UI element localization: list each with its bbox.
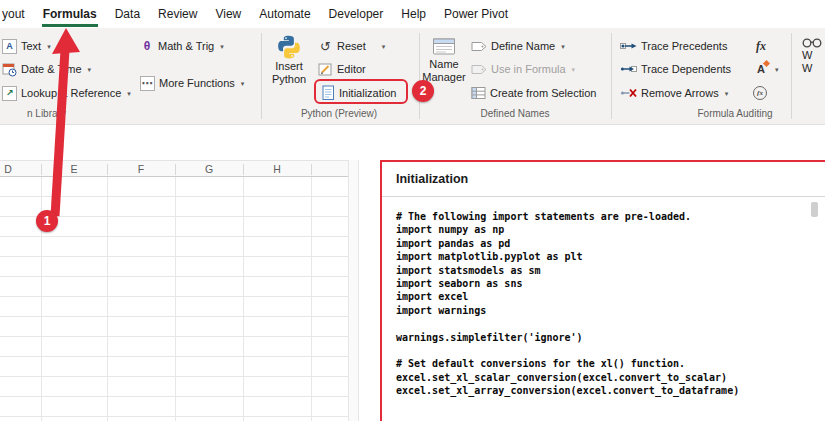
create-from-selection-label: Create from Selection [490, 87, 596, 99]
lookup-reference-icon: ↗ [2, 86, 17, 101]
chevron-down-icon: ▾ [725, 90, 729, 97]
text-functions-button[interactable]: A Text ▾ [2, 35, 51, 57]
trace-precedents-label: Trace Precedents [641, 40, 727, 52]
evaluate-formula-icon: fx [753, 86, 767, 100]
text-functions-label: Text [21, 40, 41, 52]
column-divider [41, 164, 42, 175]
trace-dependents-icon [620, 63, 637, 75]
group-divider [419, 33, 420, 119]
tab-review[interactable]: Review [149, 0, 206, 28]
column-header-row: D E F G H [0, 160, 348, 177]
python-group-label: Python (Preview) [266, 108, 412, 119]
tab-help[interactable]: Help [392, 0, 435, 28]
code-line [396, 344, 820, 357]
code-line: import excel [396, 290, 820, 303]
lookup-reference-button[interactable]: ↗ Lookup & Reference ▾ [2, 82, 131, 104]
watch-window-label-1: W [802, 49, 812, 62]
watch-window-label-2: W [802, 62, 812, 75]
column-divider [107, 164, 108, 175]
insert-python-label-2: Python [272, 73, 306, 86]
error-checking-button[interactable]: A ▾ [753, 58, 779, 80]
worksheet-area: D E F G H [0, 160, 348, 421]
insert-python-label-1: Insert [275, 60, 303, 73]
error-checking-icon: A [753, 61, 769, 77]
trace-precedents-button[interactable]: Trace Precedents [620, 35, 727, 57]
tab-layout[interactable]: yout [0, 0, 34, 28]
insert-python-button[interactable]: Insert Python [266, 34, 312, 86]
panel-title: Initialization [382, 162, 825, 197]
function-library-group-label: n Library [27, 108, 66, 119]
watch-window-icon [802, 36, 824, 49]
chevron-down-icon: ▾ [127, 90, 131, 97]
code-line: import statsmodels as sm [396, 264, 820, 277]
remove-arrows-button[interactable]: Remove Arrows ▾ [620, 82, 728, 104]
use-in-formula-label: Use in Formula [491, 63, 566, 75]
code-line: excel.set_xl_array_conversion(excel.conv… [396, 384, 820, 397]
ribbon-tab-bar: yout Formulas Data Review View Automate … [0, 0, 825, 28]
lookup-reference-label: Lookup & Reference [21, 87, 121, 99]
python-logo-icon [276, 34, 302, 60]
editor-label: Editor [337, 63, 366, 75]
show-formulas-icon: fx [753, 38, 769, 54]
create-from-selection-button[interactable]: Create from Selection [471, 82, 596, 104]
math-trig-button[interactable]: θ Math & Trig ▾ [140, 35, 224, 57]
more-functions-button[interactable]: ⋯ More Functions ▾ [140, 72, 244, 94]
evaluate-formula-button[interactable]: fx [753, 82, 767, 104]
date-time-button[interactable]: Date & Time ▾ [2, 58, 91, 80]
column-header-f[interactable]: F [138, 163, 144, 175]
initialization-panel: Initialization # The following import st… [380, 160, 825, 421]
group-divider [791, 33, 792, 119]
chevron-down-icon: ▾ [775, 66, 779, 73]
name-manager-button[interactable]: Name Manager [421, 36, 467, 84]
tab-developer[interactable]: Developer [320, 0, 393, 28]
define-name-button[interactable]: Define Name ▾ [471, 35, 565, 57]
scrollbar-thumb[interactable] [811, 202, 818, 217]
code-line: import pandas as pd [396, 237, 820, 250]
code-line: warnings.simplefilter('ignore') [396, 331, 820, 344]
tab-power-pivot[interactable]: Power Pivot [435, 0, 517, 28]
trace-precedents-icon [620, 40, 637, 52]
name-manager-label-1: Name [429, 58, 458, 71]
use-in-formula-button[interactable]: Use in Formula ▾ [471, 58, 575, 80]
chevron-down-icon: ▾ [572, 66, 576, 73]
column-divider [175, 164, 176, 175]
math-trig-icon: θ [140, 39, 154, 53]
date-time-label: Date & Time [21, 63, 82, 75]
editor-icon [318, 62, 333, 77]
column-divider [243, 164, 244, 175]
step-1-badge: 1 [36, 210, 58, 232]
chevron-down-icon: ▾ [47, 43, 51, 50]
column-header-g[interactable]: G [205, 163, 213, 175]
tab-data[interactable]: Data [106, 0, 149, 28]
tab-view[interactable]: View [206, 0, 250, 28]
trace-dependents-label: Trace Dependents [641, 63, 731, 75]
tab-formulas[interactable]: Formulas [34, 0, 106, 28]
initialization-code: # The following import statements are pr… [382, 197, 825, 411]
column-header-h[interactable]: H [273, 163, 281, 175]
ribbon: A Text ▾ Date & Time ▾ ↗ Lookup & Refere… [0, 28, 825, 125]
reset-button[interactable]: ↺ Reset ▾ [318, 35, 385, 57]
column-header-d[interactable]: D [4, 163, 12, 175]
code-line [396, 317, 820, 330]
trace-dependents-button[interactable]: Trace Dependents [620, 58, 731, 80]
use-in-formula-icon [471, 63, 487, 76]
formula-auditing-group-label: Formula Auditing [660, 108, 810, 119]
show-formulas-button[interactable]: fx [753, 35, 769, 57]
define-name-icon [471, 40, 487, 53]
reset-label: Reset [337, 40, 366, 52]
column-header-e[interactable]: E [70, 163, 77, 175]
code-line: import matplotlib.pyplot as plt [396, 250, 820, 263]
gridline [243, 177, 244, 421]
group-divider [611, 33, 612, 119]
step-2-badge: 2 [412, 80, 434, 102]
evaluate-formula-fx: fx [757, 89, 763, 97]
create-from-selection-icon [471, 86, 486, 100]
chevron-down-icon: ▾ [382, 43, 386, 50]
watch-window-button[interactable]: W W [796, 36, 825, 75]
reset-icon: ↺ [318, 39, 333, 54]
tab-automate[interactable]: Automate [250, 0, 319, 28]
column-divider [311, 164, 312, 175]
math-trig-label: Math & Trig [158, 40, 214, 52]
editor-button[interactable]: Editor [318, 58, 366, 80]
sheet-scrollbar[interactable] [348, 160, 359, 421]
